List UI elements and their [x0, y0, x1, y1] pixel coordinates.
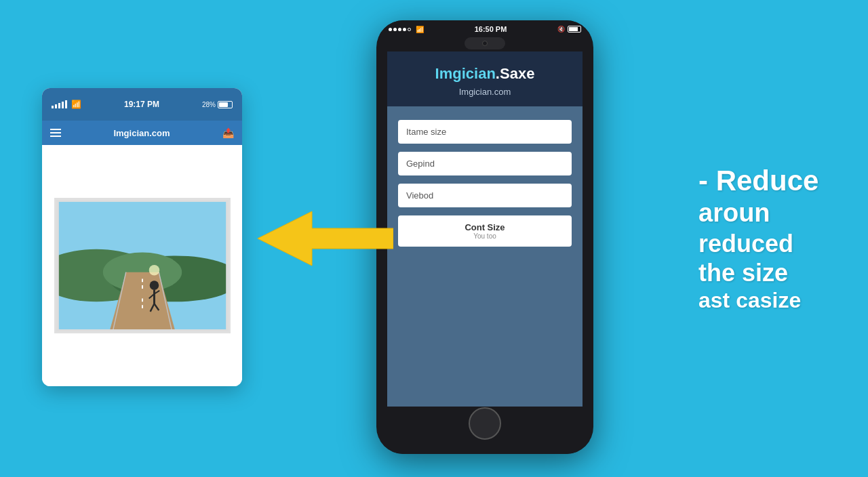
- text-line-3: reduced: [698, 229, 848, 258]
- road-scene-svg: [56, 200, 229, 331]
- bar5: [65, 100, 67, 108]
- app-body: Itame size Gepind Viebod Cont Size You t…: [387, 106, 583, 407]
- signal-bars: [52, 100, 67, 108]
- dot5: [408, 28, 411, 31]
- hamburger-icon[interactable]: [50, 129, 61, 137]
- arrow-svg: [258, 205, 393, 272]
- phone-battery: [568, 26, 581, 33]
- phone-time: 16:50 PM: [475, 25, 507, 33]
- battery-percent: 28%: [202, 101, 216, 108]
- text-line-2: aroun: [698, 198, 848, 229]
- battery-area: 28%: [202, 101, 233, 108]
- battery-fill: [219, 102, 228, 107]
- button-main-text: Cont Size: [406, 222, 564, 232]
- ham-line3: [50, 136, 61, 137]
- photo-frame: [54, 198, 231, 333]
- phone-status-right: 🔇: [557, 26, 581, 33]
- button-sub-text: You too: [406, 232, 564, 240]
- text-line-1: - Reduce: [698, 164, 848, 198]
- battery-box: [218, 101, 233, 108]
- svg-marker-17: [258, 211, 393, 266]
- left-phone: 📶 19:17 PM 28% Imgician.com 📤: [42, 88, 242, 386]
- phone-screen: Imgician.Saxe Imgician.com Itame size Ge…: [387, 51, 583, 407]
- phone-battery-fill: [569, 27, 578, 31]
- left-phone-time: 19:17 PM: [124, 100, 159, 109]
- dot1: [389, 28, 392, 31]
- arrow-container: [258, 205, 393, 272]
- text-content: - Reduce aroun reduced the size ast casi…: [698, 164, 848, 314]
- phone-status-bar: 📶 16:50 PM 🔇: [376, 20, 593, 35]
- share-icon[interactable]: 📤: [222, 127, 234, 138]
- dot4: [403, 28, 406, 31]
- phone-status-left: 📶: [389, 26, 424, 33]
- right-phone: 📶 16:50 PM 🔇 Imgician.Saxe Imgician.com: [376, 20, 593, 454]
- left-status-left: 📶: [52, 100, 81, 109]
- app-logo-white: Saxe: [500, 65, 534, 82]
- browser-domain-text: Imgician.com: [113, 128, 170, 138]
- bar3: [58, 103, 60, 108]
- svg-point-15: [149, 265, 159, 276]
- phone-speaker: [465, 37, 505, 49]
- form-field-2[interactable]: Gepind: [398, 152, 572, 175]
- bar1: [52, 106, 54, 108]
- dot-signals: [389, 28, 411, 31]
- wifi-symbol: 📶: [416, 26, 424, 33]
- browser-status-bar: 📶 19:17 PM 28%: [42, 88, 242, 121]
- dot2: [393, 28, 397, 31]
- phone-bottom: [376, 440, 593, 454]
- text-panel: - Reduce aroun reduced the size ast casi…: [698, 164, 848, 314]
- app-logo: Imgician.Saxe: [398, 65, 572, 83]
- form-field-3[interactable]: Viebod: [398, 184, 572, 207]
- mute-icon: 🔇: [557, 26, 565, 33]
- main-scene: 📶 19:17 PM 28% Imgician.com 📤: [0, 0, 868, 477]
- ham-line1: [50, 129, 61, 130]
- dot3: [398, 28, 401, 31]
- form-button[interactable]: Cont Size You too: [398, 215, 572, 247]
- browser-content: [42, 145, 242, 386]
- form-field-1[interactable]: Itame size: [398, 120, 572, 144]
- app-logo-blue: Imgician: [435, 65, 496, 82]
- home-button[interactable]: [469, 407, 501, 440]
- app-header: Imgician.Saxe Imgician.com: [387, 51, 583, 106]
- home-button-area: [387, 407, 583, 440]
- browser-nav-bar: Imgician.com 📤: [42, 121, 242, 145]
- bar4: [62, 102, 64, 108]
- text-line-4: the size: [698, 258, 848, 287]
- text-line-5: ast casize: [698, 287, 848, 313]
- speaker-dot: [482, 41, 488, 46]
- bar2: [55, 104, 57, 108]
- svg-point-9: [149, 281, 159, 290]
- app-subtitle: Imgician.com: [398, 87, 572, 97]
- wifi-icon: 📶: [71, 100, 81, 109]
- ham-line2: [50, 132, 61, 133]
